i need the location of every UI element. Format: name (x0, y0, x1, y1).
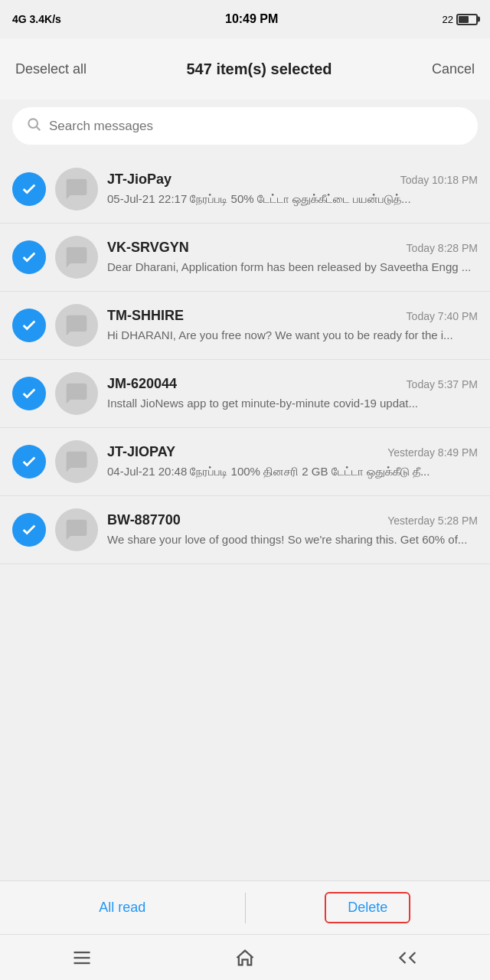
message-content-3: JM-620044 Today 5:37 PM Install JioNews … (107, 376, 478, 411)
message-header-2: TM-SHHIRE Today 7:40 PM (107, 308, 478, 324)
status-bar: 4G 3.4K/s 10:49 PM 22 (0, 0, 490, 38)
nav-bar (0, 934, 490, 980)
battery-fill (459, 16, 469, 23)
message-header-1: VK-SRVGYN Today 8:28 PM (107, 240, 478, 256)
message-preview-2: Hi DHARANI, Are you free now? We want yo… (107, 327, 478, 343)
delete-btn-wrapper: Delete (246, 881, 491, 934)
check-circle-3[interactable] (12, 377, 46, 410)
cancel-button[interactable]: Cancel (432, 61, 475, 77)
message-header-5: BW-887700 Yesterday 5:28 PM (107, 512, 478, 528)
search-icon (26, 116, 41, 136)
avatar-0 (55, 168, 98, 211)
menu-button[interactable] (64, 939, 100, 976)
back-button[interactable] (390, 939, 426, 976)
home-button[interactable] (227, 939, 263, 976)
list-item[interactable]: JT-JioPay Today 10:18 PM 05-Jul-21 22:17… (0, 155, 490, 224)
search-input[interactable] (49, 119, 464, 134)
message-header-0: JT-JioPay Today 10:18 PM (107, 172, 478, 188)
avatar-3 (55, 372, 98, 415)
sender-name-4: JT-JIOPAY (107, 444, 175, 460)
sender-name-3: JM-620044 (107, 376, 177, 392)
deselect-all-button[interactable]: Deselect all (15, 61, 87, 77)
search-container (0, 100, 490, 155)
avatar-2 (55, 304, 98, 347)
network-info: 4G 3.4K/s (12, 13, 61, 25)
check-circle-5[interactable] (12, 513, 46, 547)
message-preview-4: 04-Jul-21 20:48 நேரப்படி 100% தினசரி 2 G… (107, 463, 478, 479)
sender-name-0: JT-JioPay (107, 172, 172, 188)
message-header-4: JT-JIOPAY Yesterday 8:49 PM (107, 444, 478, 460)
battery-label: 22 (443, 14, 453, 25)
delete-button[interactable]: Delete (325, 892, 410, 923)
avatar-5 (55, 508, 98, 551)
all-read-button[interactable]: All read (0, 881, 245, 934)
message-preview-0: 05-Jul-21 22:17 நேரப்படி 50% டேட்டா ஒதுக… (107, 191, 478, 207)
message-time-1: Today 8:28 PM (407, 242, 478, 254)
list-item[interactable]: BW-887700 Yesterday 5:28 PM We share you… (0, 496, 490, 564)
selected-count-label: 547 item(s) selected (186, 60, 332, 78)
message-content-1: VK-SRVGYN Today 8:28 PM Dear Dharani, Ap… (107, 240, 478, 275)
action-bar: Deselect all 547 item(s) selected Cancel (0, 38, 490, 100)
check-circle-0[interactable] (12, 172, 46, 206)
bottom-action-bar: All read Delete (0, 880, 490, 934)
status-time: 10:49 PM (225, 12, 278, 26)
message-time-0: Today 10:18 PM (400, 174, 478, 186)
sender-name-5: BW-887700 (107, 512, 181, 528)
message-list: JT-JioPay Today 10:18 PM 05-Jul-21 22:17… (0, 155, 490, 880)
svg-point-0 (28, 119, 38, 128)
message-content-2: TM-SHHIRE Today 7:40 PM Hi DHARANI, Are … (107, 308, 478, 343)
message-time-3: Today 5:37 PM (407, 378, 478, 390)
message-time-2: Today 7:40 PM (407, 310, 478, 322)
list-item[interactable]: JT-JIOPAY Yesterday 8:49 PM 04-Jul-21 20… (0, 428, 490, 496)
list-item[interactable]: TM-SHHIRE Today 7:40 PM Hi DHARANI, Are … (0, 292, 490, 360)
message-time-5: Yesterday 5:28 PM (387, 514, 478, 527)
check-circle-2[interactable] (12, 309, 46, 342)
list-item[interactable]: VK-SRVGYN Today 8:28 PM Dear Dharani, Ap… (0, 224, 490, 292)
check-circle-1[interactable] (12, 240, 46, 274)
message-time-4: Yesterday 8:49 PM (387, 446, 478, 459)
status-right: 22 (443, 14, 478, 25)
message-preview-5: We share your love of good things! So we… (107, 531, 478, 547)
sender-name-1: VK-SRVGYN (107, 240, 189, 256)
status-left: 4G 3.4K/s (12, 13, 61, 25)
avatar-4 (55, 440, 98, 483)
battery-icon (456, 14, 478, 25)
message-preview-3: Install JioNews app to get minute-by-min… (107, 395, 478, 411)
sender-name-2: TM-SHHIRE (107, 308, 184, 324)
list-item[interactable]: JM-620044 Today 5:37 PM Install JioNews … (0, 360, 490, 428)
message-preview-1: Dear Dharani, Application form has been … (107, 259, 478, 275)
svg-line-1 (37, 127, 41, 131)
avatar-1 (55, 236, 98, 279)
message-content-4: JT-JIOPAY Yesterday 8:49 PM 04-Jul-21 20… (107, 444, 478, 479)
message-content-0: JT-JioPay Today 10:18 PM 05-Jul-21 22:17… (107, 172, 478, 207)
check-circle-4[interactable] (12, 445, 46, 479)
message-header-3: JM-620044 Today 5:37 PM (107, 376, 478, 392)
message-content-5: BW-887700 Yesterday 5:28 PM We share you… (107, 512, 478, 547)
search-bar (12, 107, 478, 145)
